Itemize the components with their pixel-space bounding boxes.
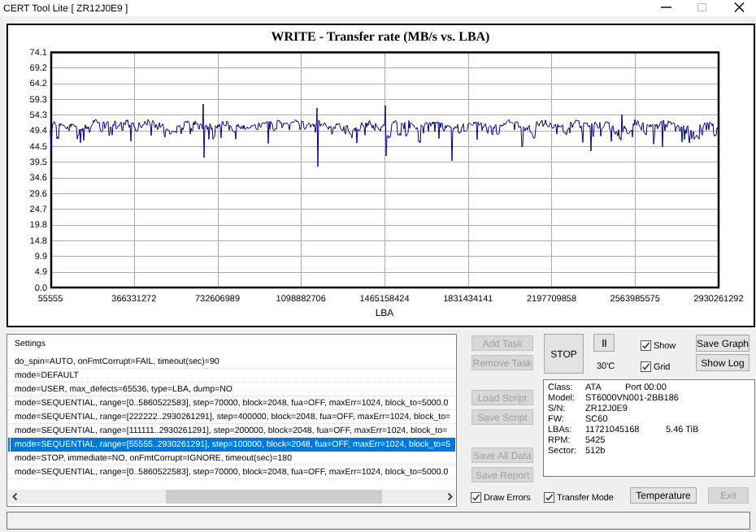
svg-text:2197709858: 2197709858: [527, 294, 576, 304]
svg-text:0.0: 0.0: [35, 283, 47, 293]
svg-text:54.3: 54.3: [30, 110, 47, 120]
svg-text:34.6: 34.6: [30, 173, 47, 183]
svg-text:14.8: 14.8: [30, 236, 47, 246]
svg-text:24.7: 24.7: [30, 205, 47, 214]
svg-text:2930261292: 2930261292: [693, 294, 743, 304]
svg-text:9.9: 9.9: [35, 252, 47, 262]
svg-text:WRITE - Transfer rate (MB/s vs: WRITE - Transfer rate (MB/s vs. LBA): [272, 30, 490, 44]
svg-text:55555: 55555: [38, 294, 63, 304]
svg-text:74.1: 74.1: [30, 48, 47, 58]
svg-text:1831434141: 1831434141: [443, 294, 493, 304]
svg-text:2563985575: 2563985575: [610, 294, 660, 304]
svg-text:19.8: 19.8: [30, 220, 47, 230]
svg-text:732606989: 732606989: [195, 294, 240, 304]
svg-text:29.6: 29.6: [30, 189, 47, 199]
svg-text:1465158424: 1465158424: [359, 294, 409, 304]
svg-text:4.9: 4.9: [35, 267, 47, 277]
svg-text:64.2: 64.2: [30, 79, 47, 89]
svg-text:1098882706: 1098882706: [276, 294, 326, 304]
svg-text:39.5: 39.5: [30, 158, 47, 167]
svg-text:LBA: LBA: [376, 307, 394, 318]
svg-text:44.5: 44.5: [30, 142, 47, 152]
svg-text:59.3: 59.3: [30, 95, 47, 105]
svg-text:69.2: 69.2: [30, 63, 47, 73]
svg-text:366331272: 366331272: [111, 294, 156, 304]
svg-text:49.4: 49.4: [30, 126, 47, 136]
